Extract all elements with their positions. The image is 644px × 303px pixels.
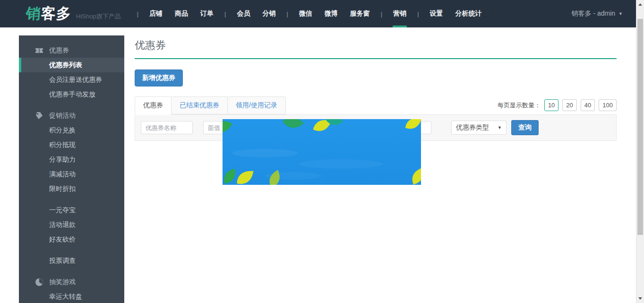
- nav-item-distribution[interactable]: 分销: [256, 0, 282, 27]
- coupon-name-input[interactable]: [141, 121, 193, 134]
- sidebar-group-label: 促销活动: [49, 112, 76, 120]
- nav-divider: |: [412, 10, 423, 17]
- sidebar-item-share-boost[interactable]: 分享助力: [19, 152, 124, 167]
- sidebar-group-label: 抽奖游戏: [49, 278, 76, 286]
- sidebar-item-flash-discount[interactable]: 限时折扣: [19, 182, 124, 196]
- leaves-decoration: [223, 119, 421, 185]
- sidebar-group-label: 优惠券: [49, 46, 69, 55]
- scroll-down-arrow-icon[interactable]: [638, 297, 642, 300]
- nav-divider: |: [132, 10, 143, 17]
- scrollbar-thumb[interactable]: [637, 19, 643, 235]
- nav-item-shop[interactable]: 店铺: [143, 0, 169, 27]
- logo-char-teal: 销: [26, 5, 42, 22]
- logo-wordmark: 销客多: [26, 4, 72, 24]
- vertical-scrollbar[interactable]: [636, 0, 644, 303]
- sidebar-item-activity-refund[interactable]: 活动退款: [19, 217, 124, 232]
- title-divider: [135, 58, 617, 59]
- user-account-label: 销客多 - admin: [572, 9, 616, 18]
- page-size-option-100[interactable]: 100: [599, 99, 617, 111]
- tab-usage-records[interactable]: 领用/使用记录: [227, 96, 286, 114]
- sidebar-item-full-reduction[interactable]: 满减活动: [19, 167, 124, 182]
- nav-item-members[interactable]: 会员: [231, 0, 256, 27]
- logo-chars-white: 客多: [41, 5, 72, 22]
- nav-item-analytics[interactable]: 分析统计: [449, 0, 488, 27]
- page-size-option-10[interactable]: 10: [544, 99, 558, 111]
- scroll-up-arrow-icon[interactable]: [638, 3, 642, 6]
- coupon-ticket-icon: [35, 46, 43, 55]
- logo-subtitle: HiShop旗下产品: [76, 12, 121, 21]
- loading-banner-image: [223, 119, 421, 185]
- sidebar-item-one-yuan[interactable]: 一元夺宝: [19, 203, 124, 217]
- nav-item-weibo[interactable]: 微博: [318, 0, 344, 27]
- sidebar-group-lottery-games[interactable]: 抽奖游戏: [19, 275, 124, 289]
- coupon-type-select-value: 优惠券类型: [456, 123, 489, 132]
- tab-coupons[interactable]: 优惠券: [135, 96, 172, 115]
- user-account-dropdown[interactable]: 销客多 - admin ▼: [572, 9, 623, 18]
- lottery-game-icon: [35, 278, 43, 286]
- page-size-option-40[interactable]: 40: [581, 99, 595, 111]
- tab-bar: 优惠券 已结束优惠券 领用/使用记录 每页显示数量： 10 20 40 100: [135, 97, 617, 114]
- add-coupon-button[interactable]: 新增优惠券: [135, 69, 183, 87]
- nav-item-settings[interactable]: 设置: [424, 0, 449, 27]
- main-nav-menu: | 店铺 商品 订单 | 会员 分销 | 微信 微博 服务窗 | 营销 | 设置…: [132, 0, 488, 27]
- tab-ended-coupons[interactable]: 已结束优惠券: [171, 96, 228, 114]
- sidebar: 优惠券 优惠券列表 会员注册送优惠券 优惠券手动发放 促销活动 积分兑换 积分抵…: [19, 35, 124, 303]
- page-title: 优惠券: [135, 35, 617, 58]
- sidebar-item-vote-survey[interactable]: 投票调查: [19, 253, 124, 268]
- sidebar-item-coupon-list[interactable]: 优惠券列表: [19, 58, 124, 72]
- nav-item-service-window[interactable]: 服务窗: [344, 0, 376, 27]
- sidebar-group-promotions[interactable]: 促销活动: [19, 108, 124, 123]
- app-logo[interactable]: 销客多 HiShop旗下产品: [26, 4, 121, 24]
- page-size-label: 每页显示数量：: [498, 101, 541, 110]
- price-tag-icon: [35, 112, 43, 120]
- select-caret-icon: ▼: [498, 125, 502, 130]
- nav-divider: |: [376, 10, 387, 17]
- sidebar-group-coupons[interactable]: 优惠券: [19, 43, 124, 58]
- sidebar-item-manual-coupon[interactable]: 优惠券手动发放: [19, 87, 124, 102]
- page-size-option-20[interactable]: 20: [562, 99, 576, 111]
- nav-item-wechat[interactable]: 微信: [293, 0, 318, 27]
- search-button[interactable]: 查询: [511, 120, 539, 135]
- page-size-control: 每页显示数量： 10 20 40 100: [498, 99, 617, 111]
- sidebar-item-points-exchange[interactable]: 积分兑换: [19, 123, 124, 138]
- sidebar-item-friend-bargain[interactable]: 好友砍价: [19, 232, 124, 247]
- nav-item-marketing[interactable]: 营销: [387, 0, 412, 27]
- sidebar-item-lucky-wheel[interactable]: 幸运大转盘: [19, 289, 124, 303]
- nav-divider: |: [282, 10, 292, 17]
- top-navbar: 销客多 HiShop旗下产品 | 店铺 商品 订单 | 会员 分销 | 微信 微…: [0, 0, 644, 27]
- chevron-down-icon: ▼: [618, 11, 623, 16]
- sidebar-item-register-coupon[interactable]: 会员注册送优惠券: [19, 72, 124, 87]
- nav-divider: |: [220, 10, 231, 17]
- nav-item-products[interactable]: 商品: [169, 0, 194, 27]
- coupon-type-select[interactable]: 优惠券类型 ▼: [451, 121, 507, 135]
- nav-item-orders[interactable]: 订单: [194, 0, 220, 27]
- sidebar-item-points-cash[interactable]: 积分抵现: [19, 138, 124, 152]
